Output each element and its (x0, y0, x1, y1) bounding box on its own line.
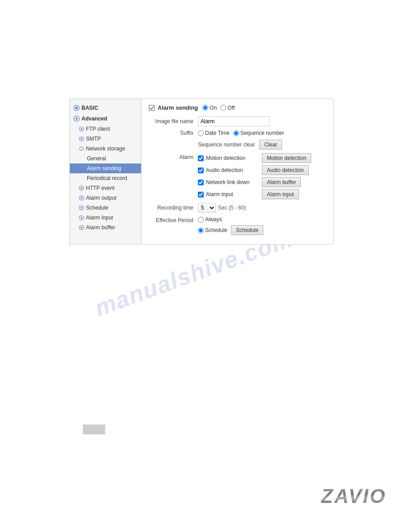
clear-button[interactable]: Clear (259, 140, 282, 150)
svg-point-4 (81, 128, 82, 130)
recording-time-label: Recording time (149, 205, 198, 211)
always-radio-label[interactable]: Always (198, 216, 222, 223)
alarm-sending-row: Alarm sending On Off (149, 104, 326, 111)
recording-time-select[interactable]: 5 10 15 20 30 60 (198, 203, 216, 213)
schedule-button[interactable]: Schedule (231, 225, 263, 235)
bottom-box (83, 425, 105, 434)
alarm-off-radio[interactable] (220, 105, 226, 111)
schedule-radio-label[interactable]: Schedule (198, 227, 227, 233)
audio-detection-button[interactable]: Audio detection (262, 165, 309, 175)
suffix-date-time-radio[interactable] (198, 130, 204, 136)
schedule-radio[interactable] (198, 227, 204, 233)
sidebar-item-network-storage[interactable]: Network storage (70, 144, 141, 154)
smtp-label: SMTP (86, 136, 101, 142)
advanced-label: Advanced (81, 116, 107, 122)
on-label: On (210, 105, 217, 111)
alarm-off-radio-label[interactable]: Off (220, 105, 235, 111)
sidebar-item-alarm-input[interactable]: Alarm input (70, 213, 141, 223)
network-link-down-checkbox[interactable] (198, 180, 204, 185)
sidebar-item-http-event[interactable]: HTTP event (70, 183, 141, 193)
suffix-sequence-text: Sequence number (240, 130, 284, 136)
effective-period-label: Effective Period (149, 216, 198, 223)
sidebar-item-schedule[interactable]: Schedule (70, 203, 141, 213)
recording-time-control: 5 10 15 20 30 60 Sec (5 - 60) (198, 203, 326, 213)
alarm-buffer-label: Alarm buffer (86, 224, 115, 231)
sidebar-item-general[interactable]: General (70, 154, 141, 163)
sidebar-item-ftp-client[interactable]: FTP client (70, 124, 141, 134)
seq-clear-label: Sequence number clear (198, 142, 255, 148)
sidebar-item-alarm-buffer[interactable]: Alarm buffer (70, 223, 141, 232)
network-storage-icon (79, 146, 84, 151)
effective-period-control: Always Schedule Schedule (198, 216, 326, 235)
sidebar-item-advanced[interactable]: Advanced (70, 113, 141, 124)
general-label: General (87, 155, 106, 162)
alarm-input-checkbox[interactable] (198, 192, 204, 197)
suffix-sequence-label[interactable]: Sequence number (233, 130, 284, 136)
alarm-label: Alarm (149, 153, 198, 160)
suffix-date-time-text: Date Time (205, 130, 230, 136)
periodical-record-label: Periodical record (87, 175, 127, 181)
sidebar-item-alarm-output[interactable]: Alarm output (70, 193, 141, 203)
alarm-input-button[interactable]: Alarm input (262, 189, 299, 199)
basic-icon (73, 105, 80, 111)
svg-point-16 (81, 227, 82, 228)
alarm-input-label: Alarm input (86, 215, 113, 221)
suffix-control: Date Time Sequence number (198, 130, 326, 136)
svg-point-12 (81, 207, 82, 209)
alarm-output-label: Alarm output (86, 195, 116, 201)
schedule-label: Schedule (86, 205, 108, 211)
ftp-client-label: FTP client (86, 126, 110, 132)
sidebar-item-smtp[interactable]: SMTP (70, 134, 141, 144)
alarm-on-radio-label[interactable]: On (202, 105, 217, 111)
audio-detection-item: Audio detection Audio detection (198, 165, 311, 175)
logo-container: ZAVIO (321, 485, 386, 507)
http-event-label: HTTP event (86, 185, 115, 191)
always-label: Always (205, 216, 222, 223)
alarm-input-item: Alarm input Alarm input (198, 189, 311, 199)
advanced-icon (73, 116, 80, 122)
alarm-sending-icon (149, 105, 155, 111)
logo: ZAVIO (321, 485, 386, 507)
effective-period-row: Effective Period Always Schedule Schedul… (149, 216, 326, 235)
svg-point-10 (81, 197, 82, 199)
motion-detection-checkbox[interactable] (198, 155, 204, 161)
network-storage-label: Network storage (86, 146, 125, 152)
suffix-label: Suffix (149, 130, 198, 136)
suffix-sequence-radio[interactable] (233, 130, 239, 136)
schedule-row: Schedule Schedule (198, 225, 263, 235)
http-event-icon (79, 185, 84, 191)
sidebar: BASIC Advanced FTP client (70, 99, 141, 244)
alarm-sending-label: Alarm sending (87, 165, 121, 172)
always-radio[interactable] (198, 217, 204, 223)
audio-detection-checkbox[interactable] (198, 167, 204, 173)
seq-clear-row: Sequence number clear Clear (149, 140, 326, 150)
svg-point-8 (81, 187, 82, 189)
sidebar-item-alarm-sending[interactable]: Alarm sending (70, 163, 141, 173)
alarm-row: Alarm Motion detection Motion detection … (149, 153, 326, 199)
alarm-output-icon (79, 195, 84, 201)
image-file-name-label: Image file name (149, 118, 198, 124)
alarm-input-icon (79, 215, 84, 220)
motion-detection-label: Motion detection (206, 155, 260, 161)
suffix-date-time-label[interactable]: Date Time (198, 130, 230, 136)
alarm-on-radio[interactable] (202, 105, 208, 111)
sidebar-item-basic[interactable]: BASIC (70, 103, 141, 113)
sidebar-item-periodical-record[interactable]: Periodical record (70, 173, 141, 183)
motion-detection-item: Motion detection Motion detection (198, 153, 311, 163)
schedule-label: Schedule (205, 227, 227, 233)
image-file-name-control (198, 116, 326, 126)
main-container: BASIC Advanced FTP client (69, 99, 334, 245)
svg-point-1 (75, 107, 78, 109)
motion-detection-button[interactable]: Motion detection (262, 153, 311, 163)
alarm-input-check-label: Alarm input (206, 191, 260, 197)
content-panel: Alarm sending On Off Image file name (141, 99, 333, 244)
network-link-down-button[interactable]: Alarm buffer (262, 177, 301, 187)
image-file-name-row: Image file name (149, 116, 326, 126)
sec-label: Sec (5 - 60) (218, 205, 246, 211)
suffix-row: Suffix Date Time Sequence number (149, 130, 326, 136)
svg-point-6 (81, 138, 82, 140)
alarm-check-group: Motion detection Motion detection Audio … (198, 153, 311, 199)
image-file-name-input[interactable] (198, 116, 270, 126)
ftp-client-icon (79, 126, 84, 132)
svg-point-14 (81, 217, 82, 219)
